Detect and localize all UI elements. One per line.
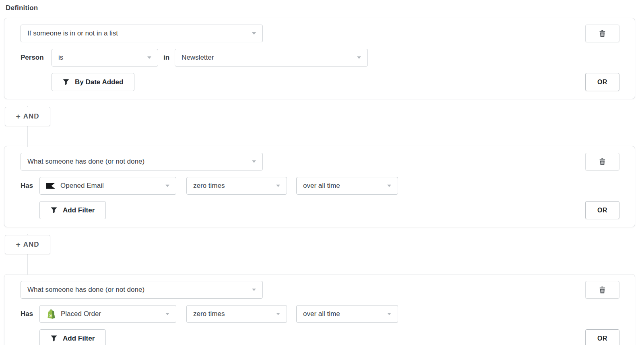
chevron-down-icon xyxy=(276,185,280,187)
condition-type-dropdown[interactable]: What someone has done (or not done) xyxy=(21,153,263,170)
condition-type-dropdown[interactable]: What someone has done (or not done) xyxy=(21,281,263,299)
add-and-condition-button[interactable]: + AND xyxy=(5,107,50,126)
list-dropdown[interactable]: Newsletter xyxy=(175,49,368,67)
segment-definition-builder: Definition If someone is in or not in a … xyxy=(4,0,635,345)
or-button[interactable]: OR xyxy=(585,73,619,91)
add-and-condition-button[interactable]: + AND xyxy=(5,235,50,254)
timeframe-value: over all time xyxy=(303,310,340,318)
timeframe-dropdown[interactable]: over all time xyxy=(296,177,398,195)
condition-card-placed-order: What someone has done (or not done) xyxy=(4,274,635,345)
frequency-dropdown[interactable]: zero times xyxy=(186,305,287,323)
funnel-icon xyxy=(51,335,57,342)
trash-icon xyxy=(599,158,605,165)
filter-button-label: Add Filter xyxy=(63,206,95,214)
event-value: Placed Order xyxy=(61,310,101,318)
chevron-down-icon xyxy=(165,313,169,315)
condition-card-opened-email: What someone has done (or not done) xyxy=(4,146,635,227)
plus-icon: + xyxy=(16,112,21,121)
operator-value: is xyxy=(58,54,63,62)
criteria-row: Person is in Newsletter xyxy=(21,49,619,67)
funnel-icon xyxy=(63,79,69,85)
and-label: AND xyxy=(23,241,39,249)
frequency-dropdown[interactable]: zero times xyxy=(186,177,287,195)
and-connector: + AND xyxy=(4,235,635,274)
delete-condition-button[interactable] xyxy=(585,153,619,170)
add-filter-button[interactable]: Add Filter xyxy=(39,201,106,219)
frequency-value: zero times xyxy=(193,182,225,190)
event-dropdown[interactable]: S Placed Order xyxy=(39,305,176,323)
list-value: Newsletter xyxy=(182,54,214,62)
timeframe-dropdown[interactable]: over all time xyxy=(296,305,398,323)
subject-label: Has xyxy=(21,310,39,318)
chevron-down-icon xyxy=(147,56,151,59)
frequency-value: zero times xyxy=(193,310,225,318)
chevron-down-icon xyxy=(252,32,256,35)
condition-type-row: What someone has done (or not done) xyxy=(21,281,619,299)
svg-text:S: S xyxy=(50,313,52,318)
by-date-added-button[interactable]: By Date Added xyxy=(52,73,134,91)
filter-button-label: Add Filter xyxy=(63,335,95,343)
operator-dropdown[interactable]: is xyxy=(52,49,158,67)
condition-type-row: What someone has done (or not done) xyxy=(21,153,619,170)
klaviyo-flag-icon xyxy=(46,183,55,189)
chevron-down-icon xyxy=(252,160,256,163)
page-title: Definition xyxy=(6,4,635,12)
chevron-down-icon xyxy=(276,313,280,315)
plus-icon: + xyxy=(16,240,21,249)
preposition-label: in xyxy=(163,54,169,62)
delete-condition-button[interactable] xyxy=(585,25,619,42)
event-dropdown[interactable]: Opened Email xyxy=(39,177,176,195)
timeframe-value: over all time xyxy=(303,182,340,190)
chevron-down-icon xyxy=(387,185,391,187)
add-filter-button[interactable]: Add Filter xyxy=(39,329,106,345)
criteria-row: Has S Placed Order zero times ov xyxy=(21,305,619,323)
or-button[interactable]: OR xyxy=(585,329,619,345)
subject-label: Has xyxy=(21,182,39,190)
criteria-row: Has Opened Email zero times over all tim… xyxy=(21,177,619,195)
chevron-down-icon xyxy=(357,56,361,59)
condition-type-value: If someone is in or not in a list xyxy=(27,29,118,37)
trash-icon xyxy=(599,287,605,293)
filter-row: Add Filter OR xyxy=(21,201,619,219)
chevron-down-icon xyxy=(165,185,169,187)
condition-type-row: If someone is in or not in a list xyxy=(21,25,619,42)
delete-condition-button[interactable] xyxy=(585,281,619,299)
condition-type-dropdown[interactable]: If someone is in or not in a list xyxy=(21,25,263,42)
chevron-down-icon xyxy=(252,289,256,291)
filter-button-label: By Date Added xyxy=(75,78,123,86)
chevron-down-icon xyxy=(387,313,391,315)
shopify-bag-icon: S xyxy=(46,309,56,319)
subject-label: Person xyxy=(21,54,52,62)
and-label: AND xyxy=(23,112,39,121)
condition-card-list-membership: If someone is in or not in a list xyxy=(4,18,635,99)
condition-type-value: What someone has done (or not done) xyxy=(27,286,144,294)
filter-row: By Date Added OR xyxy=(21,73,619,91)
funnel-icon xyxy=(51,207,57,214)
trash-icon xyxy=(599,30,605,37)
event-value: Opened Email xyxy=(60,182,104,190)
filter-row: Add Filter OR xyxy=(21,329,619,345)
or-button[interactable]: OR xyxy=(585,201,619,219)
and-connector: + AND xyxy=(4,107,635,146)
condition-type-value: What someone has done (or not done) xyxy=(27,158,144,166)
